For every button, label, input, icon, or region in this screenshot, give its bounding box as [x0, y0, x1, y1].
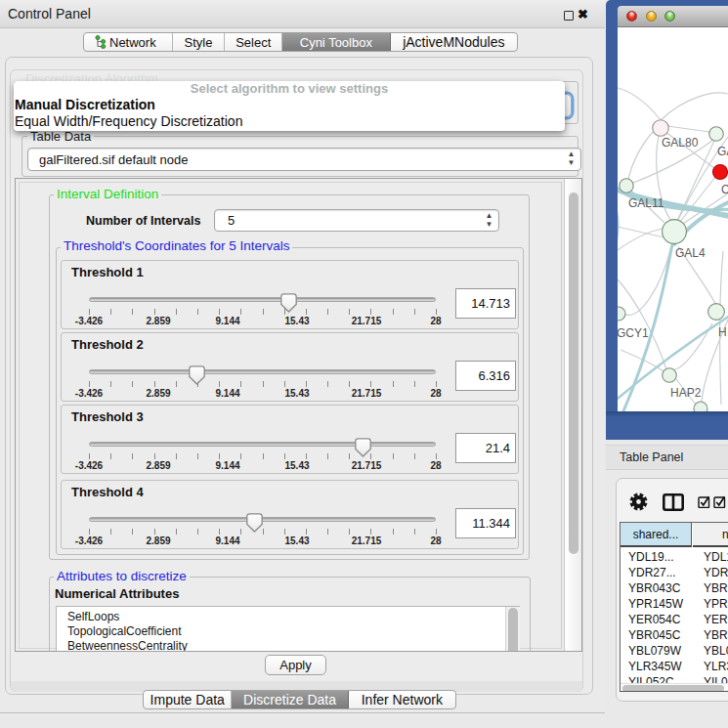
- svg-text:GAL4: GAL4: [675, 246, 706, 260]
- svg-text:GCY1: GCY1: [618, 326, 649, 340]
- svg-text:GAL80: GAL80: [662, 136, 699, 150]
- svg-text:GA: GA: [717, 145, 728, 158]
- svg-text:GAL11: GAL11: [628, 196, 664, 210]
- svg-text:H: H: [718, 325, 727, 339]
- svg-text:HAP2: HAP2: [670, 386, 702, 400]
- svg-text:C: C: [721, 183, 728, 196]
